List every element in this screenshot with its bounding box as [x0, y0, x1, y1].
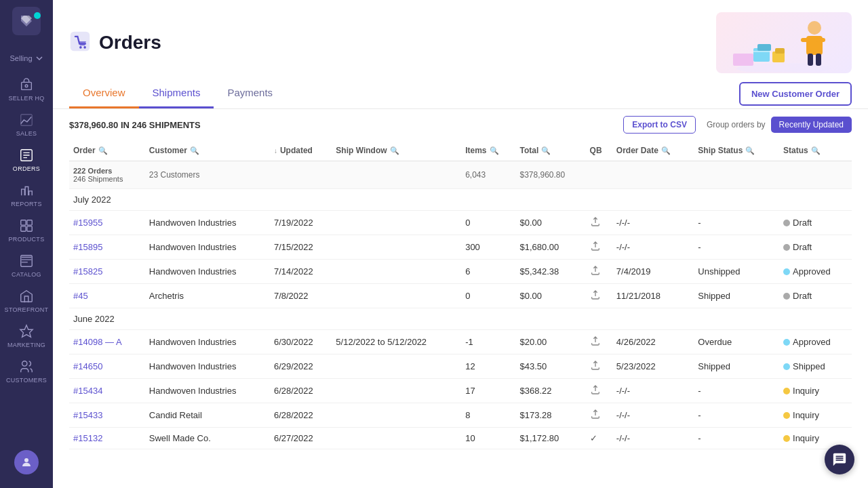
qb-upload-icon[interactable]: [590, 243, 601, 253]
sidebar-item-sales[interactable]: SALES: [0, 107, 53, 142]
table-row[interactable]: #15955 Handwoven Industries 7/19/2022 0 …: [69, 211, 852, 235]
table-row[interactable]: #15895 Handwoven Industries 7/15/2022 30…: [69, 235, 852, 260]
total-cell: $5,342.38: [515, 260, 585, 284]
ship-window-cell: [332, 354, 461, 379]
updated-cell: 7/14/2022: [270, 260, 332, 284]
sidebar-item-catalog-label: CATALOG: [12, 271, 41, 278]
qb-cell: [586, 379, 612, 403]
total-cell: $368.22: [515, 379, 585, 403]
qb-cell: [586, 284, 612, 308]
ship-status-search-icon[interactable]: 🔍: [745, 146, 755, 155]
order-link[interactable]: #14098 — A: [73, 337, 122, 347]
table-row[interactable]: #14650 Handwoven Industries 6/29/2022 12…: [69, 354, 852, 379]
svg-rect-2: [21, 115, 33, 126]
qb-upload-icon[interactable]: [590, 386, 601, 397]
group-orders-dropdown[interactable]: Recently Updated: [771, 117, 852, 133]
shipments-summary: $378,960.80 IN 246 SHIPMENTS: [69, 120, 201, 130]
status-text: Draft: [793, 218, 812, 228]
sidebar-item-reports[interactable]: REPORTS: [0, 178, 53, 213]
qb-upload-icon[interactable]: [590, 267, 601, 278]
table-row[interactable]: #45 Archetris 7/8/2022 0 $0.00 11/21/201…: [69, 284, 852, 308]
user-avatar[interactable]: [14, 450, 39, 481]
qb-upload-icon[interactable]: [590, 362, 601, 373]
table-row[interactable]: #14098 — A Handwoven Industries 6/30/202…: [69, 330, 852, 354]
sidebar-item-catalog[interactable]: CATALOG: [0, 248, 53, 283]
orders-header-icon: [69, 30, 91, 55]
status-dot: [783, 388, 790, 394]
sidebar-item-seller-hq[interactable]: SELLER HQ: [0, 72, 53, 107]
ship-status-cell: -: [694, 428, 779, 449]
updated-cell: 6/28/2022: [270, 379, 332, 403]
new-customer-order-button[interactable]: New Customer Order: [739, 82, 852, 106]
sidebar-item-customers-label: CUSTOMERS: [6, 377, 47, 384]
table-row[interactable]: #15132 Swell Made Co. 6/27/2022 10 $1,17…: [69, 428, 852, 449]
ship-window-search-icon[interactable]: 🔍: [390, 146, 399, 155]
sidebar-item-customers[interactable]: CUSTOMERS: [0, 354, 53, 389]
total-cell: $173.28: [515, 403, 585, 428]
sidebar-selling-dropdown[interactable]: Selling: [9, 47, 43, 72]
section-label: July 2022: [69, 189, 852, 211]
sidebar-item-marketing[interactable]: MARKETING: [0, 319, 53, 354]
order-link[interactable]: #14650: [73, 361, 102, 371]
order-search-icon[interactable]: 🔍: [98, 146, 108, 155]
customer-cell: Handwoven Industries: [145, 330, 270, 354]
order-link[interactable]: #15895: [73, 242, 102, 252]
svg-rect-5: [27, 220, 32, 225]
status-search-icon[interactable]: 🔍: [811, 146, 821, 155]
order-link[interactable]: #15434: [73, 386, 102, 396]
tab-overview[interactable]: Overview: [69, 79, 139, 108]
items-cell: 12: [461, 354, 515, 379]
order-date-search-icon[interactable]: 🔍: [661, 146, 671, 155]
qb-upload-icon[interactable]: [590, 338, 601, 348]
ship-window-cell: [332, 428, 461, 449]
order-date-cell: 4/26/2022: [612, 330, 694, 354]
th-ship-window: Ship Window🔍: [332, 140, 461, 161]
tab-payments[interactable]: Payments: [214, 79, 286, 108]
customer-search-icon[interactable]: 🔍: [190, 146, 199, 155]
qb-upload-icon[interactable]: [590, 218, 601, 229]
avatar-icon: [20, 456, 33, 468]
th-updated: ↓Updated: [270, 140, 332, 161]
export-csv-button[interactable]: Export to CSV: [623, 116, 696, 134]
qb-upload-icon[interactable]: [590, 411, 601, 422]
svg-rect-20: [816, 54, 821, 66]
order-cell: #45: [69, 284, 145, 308]
svg-rect-19: [808, 54, 813, 66]
order-link[interactable]: #15825: [73, 266, 102, 277]
chat-button[interactable]: [825, 445, 854, 474]
storefront-icon: [19, 289, 34, 304]
order-link[interactable]: #15132: [73, 433, 102, 443]
ship-status-cell: Overdue: [694, 330, 779, 354]
summary-customers: 23 Customers: [145, 161, 270, 189]
table-header-row: Order🔍 Customer🔍 ↓Updated Ship Window🔍 I…: [69, 140, 852, 161]
order-link[interactable]: #45: [73, 291, 88, 301]
total-search-icon[interactable]: 🔍: [541, 146, 551, 155]
status-text: Inquiry: [793, 410, 819, 420]
table-row[interactable]: #15434 Handwoven Industries 6/28/2022 17…: [69, 379, 852, 403]
items-search-icon[interactable]: 🔍: [490, 146, 499, 155]
order-cell: #15434: [69, 379, 145, 403]
order-link[interactable]: #15955: [73, 218, 102, 228]
svg-rect-17: [801, 38, 810, 42]
table-row[interactable]: #15825 Handwoven Industries 7/14/2022 6 …: [69, 260, 852, 284]
th-ship-status: Ship Status🔍: [694, 140, 779, 161]
svg-rect-0: [22, 82, 32, 89]
svg-point-15: [808, 21, 821, 35]
sidebar-item-seller-hq-label: SELLER HQ: [8, 95, 44, 102]
qb-cell: [586, 403, 612, 428]
sidebar-item-storefront[interactable]: STOREFRONT: [0, 283, 53, 319]
catalog-icon: [19, 253, 34, 268]
app-logo[interactable]: [12, 7, 41, 35]
ship-status-cell: Unshipped: [694, 260, 779, 284]
sidebar-item-products[interactable]: PRODUCTS: [0, 213, 53, 248]
svg-point-12: [79, 46, 82, 49]
tab-shipments[interactable]: Shipments: [139, 79, 214, 108]
qb-upload-icon[interactable]: [590, 291, 601, 302]
status-text: Draft: [793, 291, 812, 301]
table-row[interactable]: #15433 Candid Retail 6/28/2022 8 $173.28…: [69, 403, 852, 428]
sidebar: Selling SELLER HQ SALES ORDERS REPORTS: [0, 0, 53, 488]
sidebar-item-orders[interactable]: ORDERS: [0, 142, 53, 178]
status-dot: [783, 244, 790, 251]
th-items: Items🔍: [461, 140, 515, 161]
order-link[interactable]: #15433: [73, 410, 102, 420]
